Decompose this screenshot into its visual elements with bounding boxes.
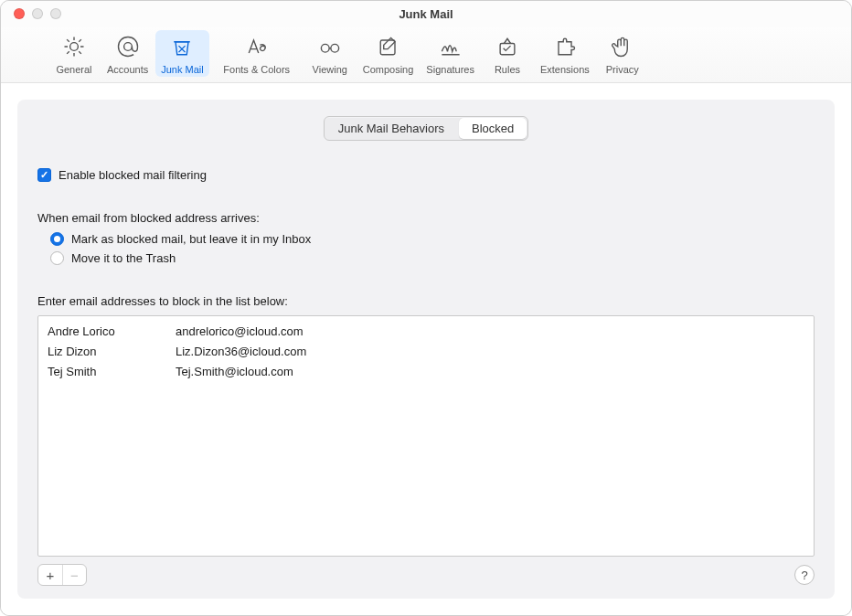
blocked-address-list[interactable]: Andre Loricoandrelorico@icloud.comLiz Di… [37, 315, 815, 557]
blocked-email: andrelorico@icloud.com [176, 322, 804, 342]
toolbar-tab-general[interactable]: General [48, 30, 100, 77]
toolbar-tab-label: Accounts [107, 64, 148, 75]
add-remove-control: + − [37, 564, 87, 586]
enable-blocked-label: Enable blocked mail filtering [59, 168, 207, 182]
toolbar-tab-label: Signatures [426, 64, 474, 75]
toolbar-tab-label: Junk Mail [161, 64, 203, 75]
toolbar-tab-accounts[interactable]: Accounts [101, 30, 154, 77]
rules-icon [495, 34, 520, 62]
fonts-icon [244, 34, 270, 62]
svg-rect-4 [380, 40, 395, 55]
footer-controls: + − ? [37, 564, 815, 586]
content-panel: Junk Mail Behaviors Blocked Enable block… [17, 100, 835, 599]
toolbar-tab-fontscolors[interactable]: Fonts & Colors [211, 30, 303, 77]
close-window-button[interactable] [14, 8, 25, 19]
blocked-form: Enable blocked mail filtering When email… [37, 168, 815, 586]
tab-junkmail-behaviors[interactable]: Junk Mail Behaviors [325, 118, 457, 139]
toolbar-tab-label: Viewing [313, 64, 347, 75]
toolbar-tab-composing[interactable]: Composing [357, 30, 420, 77]
blocked-list-row[interactable]: Andre Loricoandrelorico@icloud.com [48, 322, 804, 342]
compose-icon [376, 34, 401, 62]
titlebar: Junk Mail [1, 1, 851, 27]
toolbar-tab-label: Extensions [540, 64, 590, 75]
blocked-name: Andre Lorico [48, 322, 176, 342]
preferences-window: Junk Mail General Accounts Junk Mail [0, 0, 852, 616]
toolbar-tab-privacy[interactable]: Privacy [597, 30, 648, 77]
junkmail-icon [169, 34, 195, 62]
gear-icon [61, 34, 87, 62]
remove-blocked-button[interactable]: − [62, 565, 86, 585]
radio-move-trash[interactable] [50, 251, 64, 265]
svg-point-0 [70, 43, 79, 51]
enable-blocked-checkbox[interactable] [37, 168, 51, 182]
arrive-action-radio-group: Mark as blocked mail, but leave it in my… [50, 232, 815, 271]
svg-point-2 [321, 44, 329, 52]
radio-mark-inbox[interactable] [50, 232, 64, 246]
blocked-list-row[interactable]: Liz DizonLiz.Dizon36@icloud.com [48, 342, 804, 362]
content-outer: Junk Mail Behaviors Blocked Enable block… [1, 83, 851, 615]
traffic-lights [1, 8, 61, 19]
maximize-window-button[interactable] [50, 8, 61, 19]
radio-trash-label: Move it to the Trash [71, 251, 176, 265]
signature-icon [438, 34, 463, 62]
enable-blocked-row: Enable blocked mail filtering [37, 168, 815, 182]
toolbar-tab-junkmail[interactable]: Junk Mail [155, 30, 208, 77]
prefs-toolbar: General Accounts Junk Mail Fonts & Color… [1, 27, 851, 83]
glasses-icon [317, 34, 343, 62]
add-blocked-button[interactable]: + [38, 565, 62, 585]
radio-row-trash: Move it to the Trash [50, 251, 815, 265]
toolbar-tab-label: General [56, 64, 91, 75]
help-button[interactable]: ? [794, 565, 815, 585]
hand-icon [610, 34, 635, 62]
toolbar-tab-label: Rules [495, 64, 520, 75]
toolbar-tab-label: Fonts & Colors [223, 64, 290, 75]
radio-row-mark: Mark as blocked mail, but leave it in my… [50, 232, 815, 246]
minimize-window-button[interactable] [32, 8, 43, 19]
blocked-name: Tej Smith [48, 362, 176, 382]
window-title: Junk Mail [1, 7, 851, 21]
svg-point-3 [331, 44, 339, 52]
blocked-list-label: Enter email addresses to block in the li… [37, 294, 815, 308]
toolbar-tab-label: Composing [363, 64, 414, 75]
svg-point-1 [123, 43, 132, 51]
blocked-email: Tej.Smith@icloud.com [176, 362, 804, 382]
sub-tab-control: Junk Mail Behaviors Blocked [324, 116, 529, 141]
blocked-name: Liz Dizon [48, 342, 176, 362]
toolbar-tab-label: Privacy [606, 64, 639, 75]
tab-blocked[interactable]: Blocked [459, 118, 527, 139]
toolbar-tab-viewing[interactable]: Viewing [304, 30, 356, 77]
toolbar-tab-signatures[interactable]: Signatures [421, 30, 480, 77]
toolbar-tab-rules[interactable]: Rules [482, 30, 533, 77]
blocked-email: Liz.Dizon36@icloud.com [176, 342, 804, 362]
puzzle-icon [552, 34, 578, 62]
blocked-list-row[interactable]: Tej SmithTej.Smith@icloud.com [48, 362, 804, 382]
arrive-action-label: When email from blocked address arrives: [37, 211, 815, 225]
toolbar-tab-extensions[interactable]: Extensions [535, 30, 595, 77]
at-sign-icon [115, 34, 141, 62]
radio-mark-label: Mark as blocked mail, but leave it in my… [71, 232, 311, 246]
